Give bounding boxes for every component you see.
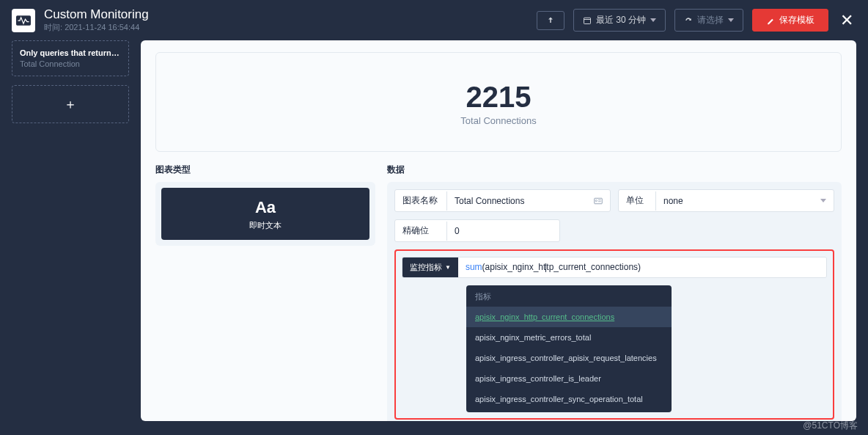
upload-icon (546, 16, 555, 25)
dropdown-item[interactable]: apisix_ingress_controller_apisix_request… (466, 348, 672, 368)
decimals-label: 精确位 (395, 220, 446, 241)
page-timestamp: 时间: 2021-11-24 16:54:44 (44, 22, 149, 33)
chart-name-value: Total Connections (455, 196, 524, 206)
preview-label: Total Connections (156, 115, 841, 126)
watermark-text: @51CTO博客 (803, 420, 858, 432)
monitoring-icon (16, 15, 31, 26)
time-range-select[interactable]: 最近 30 分钟 (573, 9, 666, 32)
chart-type-section-title: 图表类型 (155, 164, 375, 176)
main-editor: 2215 Total Connections 图表类型 Aa 即时文本 数据 (141, 40, 856, 421)
app-header: Custom Monitoring 时间: 2021-11-24 16:54:4… (0, 0, 868, 40)
svg-rect-1 (584, 18, 590, 23)
unit-field[interactable]: 单位 none (618, 189, 834, 212)
dropdown-item[interactable]: apisix_ingress_controller_is_leader (466, 368, 672, 389)
dropdown-item[interactable]: apisix_nginx_metric_errors_total (466, 327, 672, 348)
sidebar: Only queries that return sin… Total Conn… (12, 40, 129, 421)
chevron-down-icon (650, 18, 656, 22)
time-range-label: 最近 30 分钟 (596, 14, 646, 26)
decimals-value: 0 (455, 226, 460, 236)
plus-icon: ＋ (64, 95, 77, 113)
preview-value: 2215 (156, 81, 841, 114)
unit-label: 单位 (619, 190, 655, 211)
data-form: 图表名称 Total Connections 单位 none (387, 182, 842, 421)
unit-value: none (663, 196, 683, 206)
chart-type-text-label: 即时文本 (161, 220, 369, 231)
panel-card[interactable]: Only queries that return sin… Total Conn… (12, 40, 129, 76)
chart-name-label: 图表名称 (395, 190, 446, 211)
dropdown-item[interactable]: apisix_ingress_controller_sync_operation… (466, 389, 672, 409)
save-icon (766, 16, 775, 25)
metric-field[interactable]: 监控指标 ▼ sum(apisix_nginx_http_current_con… (402, 257, 827, 278)
metric-expression-input[interactable]: sum(apisix_nginx_http_current_connection… (458, 257, 826, 277)
close-button[interactable]: ✕ (837, 11, 856, 30)
calendar-icon (583, 16, 592, 25)
svg-point-6 (595, 200, 597, 201)
chevron-down-icon (728, 18, 734, 22)
text-type-icon: Aa (161, 198, 369, 217)
metric-label-button[interactable]: 监控指标 ▼ (402, 257, 458, 277)
save-template-label: 保存模板 (779, 14, 814, 26)
id-card-icon (594, 197, 603, 205)
app-logo (12, 9, 35, 32)
dropdown-item[interactable]: apisix_nginx_http_current_connections (466, 307, 672, 327)
metric-highlight-box: 监控指标 ▼ sum(apisix_nginx_http_current_con… (394, 249, 834, 420)
refresh-placeholder: 请选择 (697, 14, 724, 26)
caret-down-icon: ▼ (445, 264, 451, 271)
page-title: Custom Monitoring (44, 7, 149, 22)
panel-card-title: Only queries that return sin… (20, 48, 121, 57)
chart-name-field[interactable]: 图表名称 Total Connections (394, 189, 611, 212)
metric-suggestion-dropdown: 指标 apisix_nginx_http_current_connections… (466, 285, 672, 412)
decimals-field[interactable]: 精确位 0 (394, 219, 560, 242)
chevron-down-icon (820, 199, 826, 202)
dropdown-header: 指标 (466, 285, 672, 307)
title-block: Custom Monitoring 时间: 2021-11-24 16:54:4… (44, 7, 149, 33)
save-template-button[interactable]: 保存模板 (752, 9, 828, 32)
upload-button[interactable] (537, 11, 564, 30)
metric-label-text: 监控指标 (410, 262, 442, 273)
refresh-select[interactable]: 请选择 (674, 9, 743, 32)
preview-panel: 2215 Total Connections (155, 52, 842, 152)
panel-card-subtitle: Total Connection (20, 59, 121, 68)
chart-type-text-tile[interactable]: Aa 即时文本 (161, 188, 369, 240)
chart-type-group: Aa 即时文本 (155, 182, 375, 246)
add-panel-button[interactable]: ＋ (12, 85, 129, 123)
refresh-icon (684, 16, 693, 25)
data-section-title: 数据 (387, 164, 842, 176)
